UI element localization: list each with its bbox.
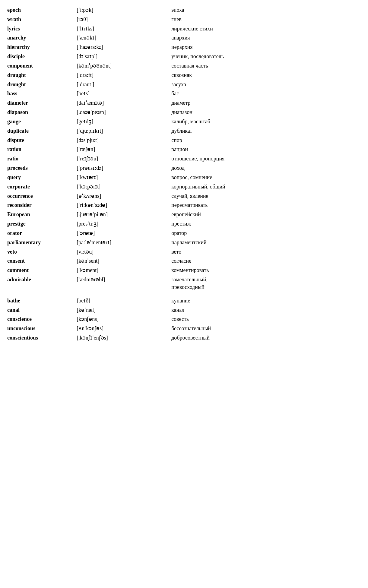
translation-cell: засуха: [171, 80, 361, 89]
table-row: epoch[ˈi:pɔk]эпоха: [7, 5, 361, 15]
translation-cell: пересматривать: [171, 201, 361, 210]
phonetic-cell: [ˈkwɪərɪ]: [77, 173, 171, 182]
phonetic-cell: [.juərəˈpi:ən]: [77, 210, 171, 219]
table-row: bass[beɪs]бас: [7, 89, 361, 98]
table-row: ratio[ˈreɪʃɪəu]отношение, пропорция: [7, 154, 361, 163]
phonetic-cell: [kɔnʃəns]: [77, 315, 171, 324]
word-cell: disciple: [7, 52, 77, 61]
phonetic-cell: [ʌnˈkɔnʃəs]: [77, 324, 171, 333]
phonetic-cell: [kəmˈpəʊnənt]: [77, 61, 171, 71]
word-cell: prestige: [7, 219, 77, 229]
phonetic-cell: [ˈri:kənˈsɪdə]: [77, 201, 171, 210]
translation-cell: канал: [171, 305, 361, 315]
table-row: orator[ˈɔrətə]оратор: [7, 229, 361, 238]
translation-cell: диаметр: [171, 98, 361, 108]
phonetic-cell: [əˈkʌrəns]: [77, 191, 171, 201]
phonetic-cell: [daɪˈæmɪtə]: [77, 98, 171, 108]
phonetic-cell: [kəˈnæl]: [77, 305, 171, 315]
word-cell: wrath: [7, 15, 77, 24]
word-cell: conscientious: [7, 333, 77, 343]
word-cell: gauge: [7, 117, 77, 126]
phonetic-cell: [ dra:ft]: [77, 71, 171, 80]
table-row: bathe[beɪð]купание: [7, 296, 361, 305]
phonetic-cell: [ˈkɔment]: [77, 266, 171, 275]
phonetic-cell: [ˈræʃən]: [77, 145, 171, 154]
word-cell: occurrence: [7, 191, 77, 201]
translation-cell: случай, явление: [171, 191, 361, 201]
phonetic-cell: [ˈdju:plɪkɪt]: [77, 126, 171, 136]
translation-cell: калибр, масштаб: [171, 117, 361, 126]
translation-cell: эпоха: [171, 5, 361, 15]
translation-cell: анархия: [171, 33, 361, 43]
translation-cell: рацион: [171, 145, 361, 154]
table-row: draught[ dra:ft]сквозняк: [7, 71, 361, 80]
table-row: conscience[kɔnʃəns]совесть: [7, 315, 361, 324]
table-row: drought[ draut ]засуха: [7, 80, 361, 89]
word-cell: diapason: [7, 108, 77, 117]
table-row: reconsider[ˈri:kənˈsɪdə]пересматривать: [7, 201, 361, 210]
word-cell: canal: [7, 305, 77, 315]
word-cell: component: [7, 61, 77, 71]
translation-cell: европейский: [171, 210, 361, 219]
translation-cell: оратор: [171, 229, 361, 238]
phonetic-cell: [.daɪəˈpeɪsn]: [77, 108, 171, 117]
translation-cell: лирические стихи: [171, 24, 361, 33]
word-cell: proceeds: [7, 163, 77, 173]
phonetic-cell: [ˈædmərəbl]: [77, 275, 171, 292]
phonetic-cell: [beɪð]: [77, 296, 171, 305]
word-cell: comment: [7, 266, 77, 275]
table-row: conscientious[.kɔnʃɪˈenʃəs]добросовестны…: [7, 333, 361, 343]
table-row: disciple[dɪˈsaɪpl]ученик, последователь: [7, 52, 361, 61]
table-row: corporate[ˈkɔ:pərɪt]корпоративный, общий: [7, 182, 361, 191]
table-row: proceeds[ˈprəusɪ:dz]доход: [7, 163, 361, 173]
word-cell: bathe: [7, 296, 77, 305]
table-row: parliamentary[pa:ləˈmentərɪ]парламентски…: [7, 238, 361, 247]
word-cell: dispute: [7, 136, 77, 145]
phonetic-cell: [vi:təu]: [77, 247, 171, 257]
phonetic-cell: [.kɔnʃɪˈenʃəs]: [77, 333, 171, 343]
word-cell: orator: [7, 229, 77, 238]
word-cell: draught: [7, 71, 77, 80]
word-cell: consent: [7, 256, 77, 266]
phonetic-cell: [kənˈsent]: [77, 256, 171, 266]
word-cell: parliamentary: [7, 238, 77, 247]
word-cell: query: [7, 173, 77, 182]
translation-cell: ученик, последователь: [171, 52, 361, 61]
phonetic-cell: [ˈi:pɔk]: [77, 5, 171, 15]
translation-cell: вето: [171, 247, 361, 257]
vocabulary-table: epoch[ˈi:pɔk]эпохаwrath[rɔθ]гневlyrics[ˈ…: [7, 5, 361, 343]
translation-cell: спор: [171, 136, 361, 145]
word-cell: bass: [7, 89, 77, 98]
word-cell: epoch: [7, 5, 77, 15]
translation-cell: бас: [171, 89, 361, 98]
phonetic-cell: [ˈænəkɪ]: [77, 33, 171, 43]
translation-cell: бессознательный: [171, 324, 361, 333]
word-cell: ration: [7, 145, 77, 154]
word-cell: admirable: [7, 275, 77, 292]
table-row: anarchy[ˈænəkɪ]анархия: [7, 33, 361, 43]
translation-cell: отношение, пропорция: [171, 154, 361, 163]
table-row: query[ˈkwɪərɪ]вопрос, сомнение: [7, 173, 361, 182]
table-row: European[.juərəˈpi:ən]европейский: [7, 210, 361, 219]
phonetic-cell: [ˈhaɪəra:kɪ]: [77, 43, 171, 52]
table-row: [7, 292, 361, 296]
table-row: canal[kəˈnæl]канал: [7, 305, 361, 315]
translation-cell: престиж: [171, 219, 361, 229]
table-row: unconscious[ʌnˈkɔnʃəs]бессознательный: [7, 324, 361, 333]
phonetic-cell: [dɪsˈpju:t]: [77, 136, 171, 145]
word-cell: diameter: [7, 98, 77, 108]
table-row: duplicate[ˈdju:plɪkɪt]дубликат: [7, 126, 361, 136]
word-cell: unconscious: [7, 324, 77, 333]
translation-cell: согласие: [171, 256, 361, 266]
word-cell: drought: [7, 80, 77, 89]
translation-cell: сквозняк: [171, 71, 361, 80]
word-cell: conscience: [7, 315, 77, 324]
table-row: consent[kənˈsent]согласие: [7, 256, 361, 266]
phonetic-cell: [pa:ləˈmentərɪ]: [77, 238, 171, 247]
table-row: occurrence[əˈkʌrəns]случай, явление: [7, 191, 361, 201]
table-row: comment[ˈkɔment]комментировать: [7, 266, 361, 275]
spacer-row: [7, 292, 361, 296]
table-row: component[kəmˈpəʊnənt]составная часть: [7, 61, 361, 71]
translation-cell: замечательный,превосходный: [171, 275, 361, 292]
word-cell: lyrics: [7, 24, 77, 33]
